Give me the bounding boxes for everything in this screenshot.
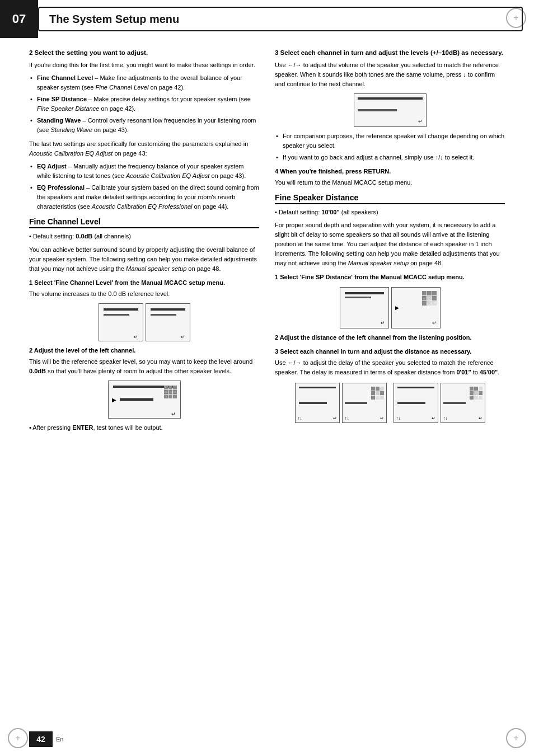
bullet2-italic: Fine Speaker Distance	[37, 105, 99, 112]
screen-mockup-1: ↵ ↵	[29, 303, 259, 341]
bullet4-label: EQ Adjust	[37, 163, 67, 170]
screen-dual-r3b: ↑↓ ↵ ↑↓ ↵	[394, 383, 485, 423]
right-bullet-2: If you want to go back and adjust a chan…	[275, 153, 505, 162]
fine-speaker-section-heading: Fine Speaker Distance	[275, 193, 505, 204]
fine-channel-para: You can achieve better surround sound by…	[29, 245, 259, 274]
fine-channel-default-suffix: (all channels)	[92, 233, 130, 240]
fine-channel-default-value: 0.0dB	[76, 233, 92, 240]
bullet4-suffix: on page 43).	[209, 172, 246, 179]
para1-italic: Acoustic Calibration EQ Adjust	[29, 150, 113, 157]
bullet-eq-professional: EQ Professional – Calibrate your system …	[29, 183, 259, 212]
bullet-fine-sp-distance: Fine SP Distance – Make precise delay se…	[29, 95, 259, 114]
header-title-box: The System Setup menu	[38, 7, 523, 31]
bullet-standing-wave: Standing Wave – Control overly resonant …	[29, 116, 259, 135]
right-substep1-heading: 1 Select 'Fine SP Distance' from the Man…	[275, 273, 505, 282]
enter-note: • After pressing ENTER, test tones will …	[29, 423, 259, 433]
right-substep2-heading: 2 Adjust the distance of the left channe…	[275, 333, 505, 342]
screen-dual-1: ↵ ↵	[99, 303, 190, 341]
fine-channel-section-heading: Fine Channel Level	[29, 217, 259, 228]
bullet5-italic: Acoustic Calibration EQ Professional	[92, 203, 193, 210]
screen-arrow-2: ▶	[112, 396, 116, 402]
right-bullet-1: For comparison purposes, the reference s…	[275, 132, 505, 151]
fine-speaker-default-suffix: (all speakers)	[340, 209, 378, 215]
screen-r1-arrow: ↵	[418, 119, 423, 124]
para1-suffix: on page 43:	[113, 150, 147, 157]
screen-panel-r2-left: ↵	[340, 287, 389, 328]
right-step4-heading: 4 When you're finished, press RETURN.	[275, 167, 505, 176]
bullet1-suffix: on page 42).	[148, 84, 185, 91]
page-number: 42	[29, 731, 53, 747]
bullet3-suffix: on page 43).	[92, 126, 129, 133]
fine-channel-para-italic: Manual speaker setup	[126, 265, 186, 272]
step2-intro: If you're doing this for the first time,…	[29, 60, 259, 70]
substep3-bold2: 45'00"	[480, 369, 498, 375]
para1: The last two settings are specifically f…	[29, 139, 259, 158]
screen-down-arrow-1: ↵	[134, 334, 138, 340]
screen-panel-r2-right: l □ · ▶ ↵	[391, 287, 441, 328]
bullet2-label: Fine SP Distance	[37, 96, 87, 102]
right-substep3-heading: 3 Select each channel in turn and adjust…	[275, 347, 505, 356]
r2r-down: ↵	[432, 320, 437, 326]
right-step3-heading: 3 Select each channel in turn and adjust…	[275, 48, 505, 58]
substep3-to: to	[471, 369, 480, 375]
screen-box-r1: ↵	[354, 93, 427, 127]
right-step3-text: Use ←/→ to adjust the volume of the spea…	[275, 60, 505, 89]
bullet-fine-channel-level: Fine Channel Level – Make fine adjustmen…	[29, 73, 259, 92]
fine-channel-para-suffix: on page 48.	[186, 265, 221, 272]
fine-channel-default-label: Default setting:	[33, 233, 76, 240]
substep3-bold1: 0'01"	[456, 369, 471, 375]
step2-heading: 2 Select the setting you want to adjust.	[29, 48, 259, 58]
screen-mockup-right-2: ↵ l □ ·	[275, 287, 505, 328]
enter-bold: ENTER	[72, 424, 93, 431]
channel-grid-2: lr □·□ □	[164, 386, 177, 398]
left-substep2-suffix: so that you'll have plenty of room to ad…	[46, 368, 231, 374]
screen-r3b-right: ↑↓ ↵	[441, 383, 485, 423]
chapter-number: 07	[0, 0, 38, 38]
left-substep1-heading: 1 Select 'Fine Channel Level' from the M…	[29, 278, 259, 288]
left-substep2-heading: 2 Adjust the level of the left channel.	[29, 346, 259, 355]
bullet-list-1: Fine Channel Level – Make fine adjustmen…	[29, 73, 259, 135]
para1-text: The last two settings are specifically f…	[29, 140, 248, 147]
main-content: 2 Select the setting you want to adjust.…	[0, 38, 534, 722]
bullet4-italic: Acoustic Calibration EQ Adjust	[126, 172, 209, 179]
fine-speaker-default-label: Default setting:	[279, 209, 321, 215]
bullet-list-2: EQ Adjust – Manually adjust the frequenc…	[29, 162, 259, 212]
bullet1-label: Fine Channel Level	[37, 74, 93, 81]
right-bullet-list: For comparison purposes, the reference s…	[275, 132, 505, 162]
right-substep3-text: Use ←/→ to adjust the delay of the speak…	[275, 358, 505, 377]
screen-panel-right-1: ↵	[146, 303, 190, 341]
bullet5-label: EQ Professional	[37, 184, 85, 191]
left-column: 2 Select the setting you want to adjust.…	[0, 38, 267, 722]
r3a-down-l: ↑↓	[298, 416, 302, 421]
left-substep2-text: This will be the reference speaker level…	[29, 357, 259, 376]
r2r-arrow: ▶	[395, 305, 399, 311]
screen-down-2: ↵	[171, 411, 176, 417]
screen-r3b-left: ↑↓ ↵	[394, 383, 438, 423]
bullet-eq-adjust: EQ Adjust – Manually adjust the frequenc…	[29, 162, 259, 181]
screen-mockup-2: ▶ lr □·□ □ ↵	[29, 381, 259, 419]
left-substep1-text: The volume increases to the 0.0 dB refer…	[29, 289, 259, 299]
screen-bar-top-1	[104, 308, 138, 311]
screen-box-2: ▶ lr □·□ □ ↵	[108, 381, 181, 419]
screen-bar-top-1r	[151, 308, 185, 311]
bullet2-text: – Make precise delay settings for your s…	[87, 96, 251, 102]
r2l-arrow: ↵	[381, 320, 385, 326]
screen-down-arrow-1r: ↵	[181, 334, 185, 340]
screen-bar-second-1r	[151, 314, 177, 316]
bullet5-suffix: on page 44).	[193, 203, 229, 210]
right-step4-text: You will return to the Manual MCACC setu…	[275, 178, 505, 187]
page-header: 07 The System Setup menu	[0, 0, 534, 38]
r2r-grid: l □ ·	[422, 291, 437, 306]
fine-speaker-para: For proper sound depth and separation wi…	[275, 220, 505, 268]
screen-dual-r2: ↵ l □ ·	[340, 287, 441, 328]
screen-r1-level	[358, 109, 397, 111]
left-substep2-bold: 0.0dB	[29, 368, 46, 374]
substep3-suffix: .	[498, 369, 499, 375]
fine-speaker-default-value: 10'00"	[321, 209, 339, 215]
r2l-bar	[345, 292, 384, 294]
left-substep2-text-span: This will be the reference speaker level…	[29, 358, 252, 365]
screen-mockup-right-3: ↑↓ ↵ ↑↓ ↵	[275, 383, 505, 423]
fine-speaker-para-suffix: on page 48.	[409, 260, 443, 266]
fine-channel-default: • Default setting: 0.0dB (all channels)	[29, 232, 259, 241]
bullet1-italic: Fine Channel Level	[96, 84, 149, 91]
